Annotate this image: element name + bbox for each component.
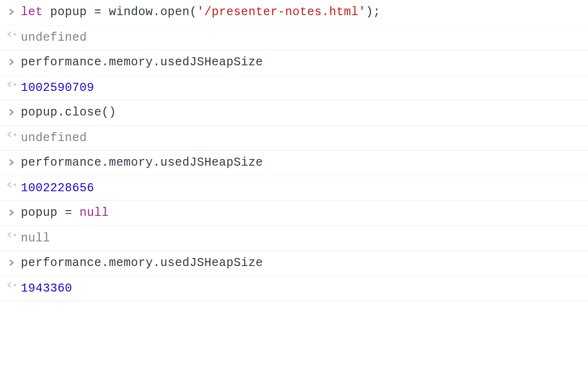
console-output-row: null [0, 226, 588, 251]
console-output-row: undefined [0, 126, 588, 151]
console-input-row[interactable]: popup = null [0, 201, 588, 226]
console-row-gutter [2, 255, 21, 272]
console-output-value: null [21, 230, 584, 247]
console-output-value: 1002590709 [21, 80, 584, 96]
code-token: 1943360 [21, 282, 72, 295]
code-token: null [21, 231, 50, 245]
console-output-value: undefined [21, 130, 584, 146]
code-token: = [94, 5, 102, 19]
code-token: popup [21, 206, 65, 220]
console-input-code: popup = null [21, 204, 584, 221]
code-token: undefined [21, 31, 87, 44]
console-row-gutter [2, 204, 21, 222]
code-token: null [80, 206, 109, 220]
console-input-code: performance.memory.usedJSHeapSize [21, 154, 584, 171]
code-token: window.open( [102, 5, 197, 19]
console-input-row[interactable]: let popup = window.open('/presenter-note… [0, 0, 588, 26]
console-output-row: undefined [0, 26, 588, 50]
console-row-gutter [2, 4, 21, 21]
console-output-chevron-icon [7, 231, 16, 239]
console-output-chevron-icon [7, 181, 16, 188]
code-token: = [65, 206, 72, 220]
code-token: performance.memory.usedJSHeapSize [21, 55, 263, 69]
console-row-gutter [2, 54, 21, 71]
console-row-gutter [2, 154, 21, 172]
console-output-row: 1002228656 [0, 176, 588, 201]
code-token: popup.close() [21, 106, 116, 119]
console-output-chevron-icon [7, 131, 16, 138]
console-input-row[interactable]: popup.close() [0, 100, 588, 126]
code-token: 1002228656 [21, 181, 94, 195]
console-input-code: performance.memory.usedJSHeapSize [21, 54, 584, 71]
console-input-chevron-icon [8, 155, 15, 172]
console-input-chevron-icon [8, 205, 15, 222]
code-token: let [21, 5, 43, 19]
console-input-code: popup.close() [21, 104, 584, 121]
console-input-code: let popup = window.open('/presenter-note… [21, 4, 584, 20]
code-token [72, 206, 80, 220]
code-token: ); [366, 5, 381, 19]
console-input-chevron-icon [8, 5, 15, 21]
console-output-value: undefined [21, 29, 584, 46]
code-token: undefined [21, 131, 87, 145]
console-output-chevron-icon [7, 80, 16, 88]
console-input-row[interactable]: performance.memory.usedJSHeapSize [0, 151, 588, 176]
console-row-gutter [2, 130, 21, 138]
console-output-value: 1002228656 [21, 180, 584, 196]
console-row-gutter [2, 80, 21, 88]
console-output-value: 1943360 [21, 280, 584, 297]
code-token: performance.memory.usedJSHeapSize [21, 256, 263, 270]
console-row-gutter [2, 29, 21, 38]
code-token: 1002590709 [21, 81, 94, 95]
console-row-gutter [2, 230, 21, 239]
console-output-chevron-icon [7, 30, 16, 38]
code-token: '/presenter-notes.html' [197, 5, 366, 19]
console-input-row[interactable]: performance.memory.usedJSHeapSize [0, 50, 588, 76]
console-input-chevron-icon [8, 55, 15, 71]
console-row-gutter [2, 104, 21, 122]
code-token: performance.memory.usedJSHeapSize [21, 156, 263, 169]
console-input-row[interactable]: performance.memory.usedJSHeapSize [0, 251, 588, 276]
console-input-chevron-icon [8, 256, 15, 272]
code-token: popup [43, 5, 95, 19]
console-input-chevron-icon [8, 105, 15, 122]
devtools-console[interactable]: let popup = window.open('/presenter-note… [0, 0, 588, 301]
console-output-row: 1943360 [0, 276, 588, 301]
console-output-chevron-icon [7, 281, 16, 289]
console-row-gutter [2, 180, 21, 188]
console-row-gutter [2, 280, 21, 289]
console-output-row: 1002590709 [0, 76, 588, 100]
console-input-code: performance.memory.usedJSHeapSize [21, 255, 584, 271]
